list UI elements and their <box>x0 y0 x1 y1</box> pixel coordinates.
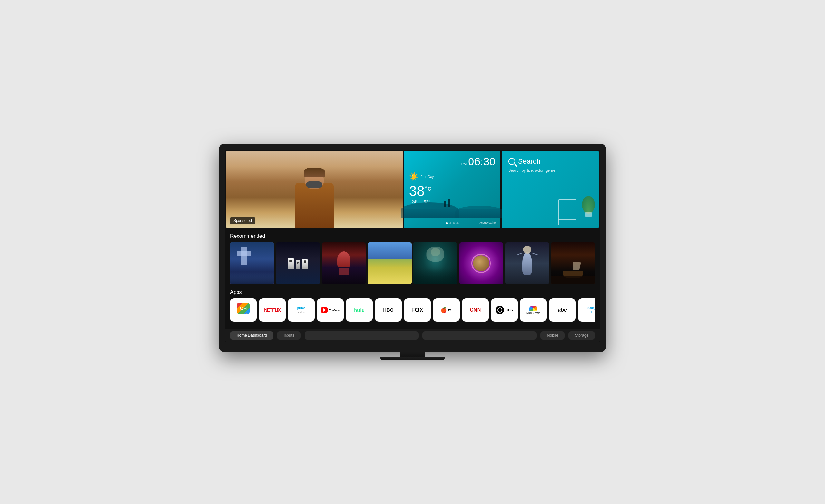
hero-main[interactable]: Sponsored <box>226 151 402 228</box>
app-appletv[interactable]: 🍎 TV+ <box>433 298 460 321</box>
search-subtitle: Search by title, actor, genre. <box>508 168 592 173</box>
accu-badge: AccuWeather <box>479 221 497 224</box>
recommended-section: Recommended <box>230 233 595 284</box>
weather-time: 06:30 <box>468 156 495 167</box>
nav-3[interactable] <box>305 331 419 340</box>
cnn-logo: CNN <box>470 307 481 313</box>
app-fox[interactable]: FOX <box>404 298 431 321</box>
apps-title: Apps <box>230 289 595 295</box>
tv-neck <box>400 352 425 357</box>
hulu-logo: hulu <box>354 307 365 313</box>
plant-decoration <box>581 196 596 215</box>
nav-inputs[interactable]: Inputs <box>277 331 301 340</box>
rec-item[interactable] <box>230 242 274 284</box>
sponsored-badge: Sponsored <box>230 217 255 224</box>
tv-screen: Sponsored PM 06:30 ☀️ Fair Day 38°c <box>225 149 600 342</box>
app-ch[interactable]: CH + <box>230 298 256 321</box>
hero-section: Sponsored PM 06:30 ☀️ Fair Day 38°c <box>225 149 600 229</box>
rec-item[interactable] <box>322 242 366 284</box>
rec-item[interactable] <box>551 242 595 284</box>
tv-frame: Sponsored PM 06:30 ☀️ Fair Day 38°c <box>219 144 606 352</box>
netflix-logo: NETFLIX <box>264 307 280 312</box>
app-hulu[interactable]: hulu <box>346 298 373 321</box>
nav-4[interactable] <box>423 331 537 340</box>
sun-icon: ☀️ <box>409 172 419 181</box>
app-youtube[interactable]: YouTube <box>317 298 344 321</box>
recommended-title: Recommended <box>230 233 595 239</box>
tv-base <box>380 357 445 360</box>
search-row: Search <box>508 157 592 166</box>
apps-section: Apps CH + <box>230 289 595 321</box>
rec-item[interactable] <box>276 242 320 284</box>
nbc-peacock: NBC NEWS <box>526 306 540 314</box>
content-area: Recommended <box>225 229 600 329</box>
disney-logo: Disney <box>587 306 595 310</box>
fox-logo: FOX <box>411 307 423 313</box>
search-title: Search <box>518 157 540 166</box>
weather-card[interactable]: PM 06:30 ☀️ Fair Day 38°c ↓ 24° ↑ 53° <box>404 151 501 228</box>
search-card[interactable]: Search Search by title, actor, genre. <box>502 151 599 228</box>
chair-decoration <box>558 199 576 220</box>
apple-icon: 🍎 <box>441 307 447 313</box>
nav-home[interactable]: Home Dashboard <box>230 331 273 340</box>
hbo-logo: HBO <box>383 307 393 312</box>
weather-scene <box>404 193 501 218</box>
app-hbo[interactable]: HBO <box>375 298 401 321</box>
weather-period: PM <box>461 162 467 166</box>
weather-condition-text: Fair Day <box>421 175 434 178</box>
app-disney[interactable]: Disney + <box>578 298 595 321</box>
app-prime[interactable]: prime video <box>288 298 314 321</box>
nav-storage[interactable]: Storage <box>569 331 595 340</box>
apps-grid: CH + NETFLIX <box>230 298 595 321</box>
temp-unit: °c <box>425 184 431 192</box>
rec-item[interactable] <box>505 242 549 284</box>
weather-dots <box>446 222 458 224</box>
rec-item[interactable] <box>414 242 457 284</box>
youtube-text: YouTube <box>329 309 340 312</box>
cbs-text: CBS <box>505 308 513 312</box>
rec-item[interactable] <box>459 242 503 284</box>
app-netflix[interactable]: NETFLIX <box>259 298 286 321</box>
app-nbc[interactable]: NBC NEWS <box>520 298 546 321</box>
weather-condition: ☀️ Fair Day <box>409 172 496 181</box>
app-abc[interactable]: abc <box>549 298 576 321</box>
abc-logo: abc <box>558 307 567 313</box>
recommended-grid <box>230 242 595 284</box>
rec-item[interactable] <box>368 242 411 284</box>
app-cbs[interactable]: CBS <box>491 298 518 321</box>
app-cnn[interactable]: CNN <box>462 298 489 321</box>
bottom-nav: Home Dashboard Inputs Mobile Storage <box>225 329 600 342</box>
nav-mobile[interactable]: Mobile <box>540 331 565 340</box>
